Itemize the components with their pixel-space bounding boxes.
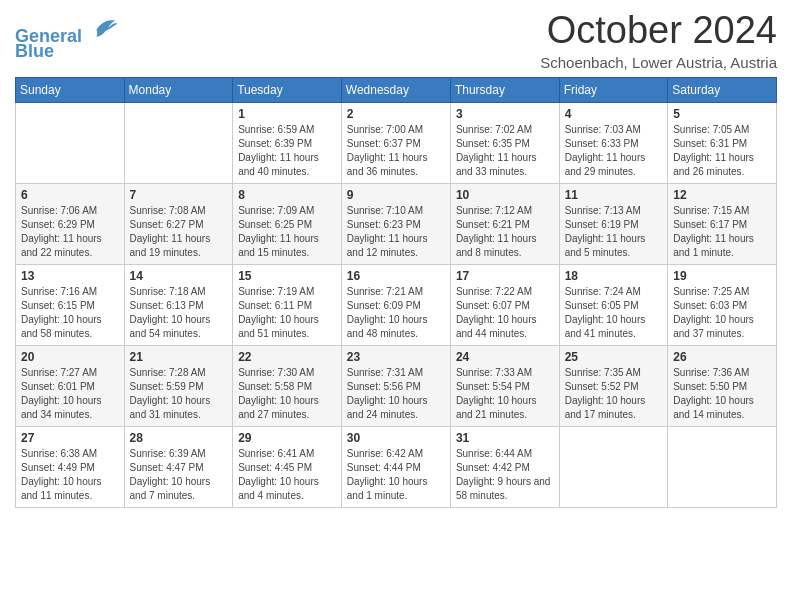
day-number: 9: [347, 188, 445, 202]
day-info: Sunrise: 7:33 AMSunset: 5:54 PMDaylight:…: [456, 366, 554, 422]
day-cell: 30Sunrise: 6:42 AMSunset: 4:44 PMDayligh…: [341, 426, 450, 507]
day-number: 16: [347, 269, 445, 283]
day-info: Sunrise: 7:22 AMSunset: 6:07 PMDaylight:…: [456, 285, 554, 341]
day-number: 24: [456, 350, 554, 364]
day-number: 25: [565, 350, 663, 364]
day-info: Sunrise: 7:28 AMSunset: 5:59 PMDaylight:…: [130, 366, 228, 422]
day-number: 15: [238, 269, 336, 283]
day-info: Sunrise: 6:59 AMSunset: 6:39 PMDaylight:…: [238, 123, 336, 179]
week-row-3: 13Sunrise: 7:16 AMSunset: 6:15 PMDayligh…: [16, 264, 777, 345]
day-number: 3: [456, 107, 554, 121]
day-cell: 6Sunrise: 7:06 AMSunset: 6:29 PMDaylight…: [16, 183, 125, 264]
day-cell: 20Sunrise: 7:27 AMSunset: 6:01 PMDayligh…: [16, 345, 125, 426]
day-number: 20: [21, 350, 119, 364]
day-info: Sunrise: 7:12 AMSunset: 6:21 PMDaylight:…: [456, 204, 554, 260]
day-cell: 7Sunrise: 7:08 AMSunset: 6:27 PMDaylight…: [124, 183, 233, 264]
day-cell: [559, 426, 668, 507]
day-info: Sunrise: 7:15 AMSunset: 6:17 PMDaylight:…: [673, 204, 771, 260]
weekday-header-tuesday: Tuesday: [233, 77, 342, 102]
day-number: 27: [21, 431, 119, 445]
day-info: Sunrise: 7:30 AMSunset: 5:58 PMDaylight:…: [238, 366, 336, 422]
day-info: Sunrise: 7:31 AMSunset: 5:56 PMDaylight:…: [347, 366, 445, 422]
day-cell: 2Sunrise: 7:00 AMSunset: 6:37 PMDaylight…: [341, 102, 450, 183]
day-cell: 23Sunrise: 7:31 AMSunset: 5:56 PMDayligh…: [341, 345, 450, 426]
day-number: 11: [565, 188, 663, 202]
day-number: 6: [21, 188, 119, 202]
day-info: Sunrise: 7:10 AMSunset: 6:23 PMDaylight:…: [347, 204, 445, 260]
day-info: Sunrise: 6:42 AMSunset: 4:44 PMDaylight:…: [347, 447, 445, 503]
day-info: Sunrise: 7:18 AMSunset: 6:13 PMDaylight:…: [130, 285, 228, 341]
day-cell: [668, 426, 777, 507]
calendar-table: SundayMondayTuesdayWednesdayThursdayFrid…: [15, 77, 777, 508]
week-row-1: 1Sunrise: 6:59 AMSunset: 6:39 PMDaylight…: [16, 102, 777, 183]
day-cell: 12Sunrise: 7:15 AMSunset: 6:17 PMDayligh…: [668, 183, 777, 264]
day-info: Sunrise: 7:08 AMSunset: 6:27 PMDaylight:…: [130, 204, 228, 260]
weekday-header-sunday: Sunday: [16, 77, 125, 102]
weekday-header-thursday: Thursday: [450, 77, 559, 102]
title-block: October 2024 Schoenbach, Lower Austria, …: [540, 10, 777, 71]
day-info: Sunrise: 7:21 AMSunset: 6:09 PMDaylight:…: [347, 285, 445, 341]
day-number: 17: [456, 269, 554, 283]
day-number: 31: [456, 431, 554, 445]
day-info: Sunrise: 7:16 AMSunset: 6:15 PMDaylight:…: [21, 285, 119, 341]
day-number: 14: [130, 269, 228, 283]
day-number: 2: [347, 107, 445, 121]
week-row-2: 6Sunrise: 7:06 AMSunset: 6:29 PMDaylight…: [16, 183, 777, 264]
day-number: 12: [673, 188, 771, 202]
day-number: 7: [130, 188, 228, 202]
day-cell: 13Sunrise: 7:16 AMSunset: 6:15 PMDayligh…: [16, 264, 125, 345]
day-cell: 21Sunrise: 7:28 AMSunset: 5:59 PMDayligh…: [124, 345, 233, 426]
day-info: Sunrise: 7:35 AMSunset: 5:52 PMDaylight:…: [565, 366, 663, 422]
day-cell: 15Sunrise: 7:19 AMSunset: 6:11 PMDayligh…: [233, 264, 342, 345]
day-cell: 3Sunrise: 7:02 AMSunset: 6:35 PMDaylight…: [450, 102, 559, 183]
page: General Blue October 2024 Schoenbach, Lo…: [0, 0, 792, 612]
day-cell: 24Sunrise: 7:33 AMSunset: 5:54 PMDayligh…: [450, 345, 559, 426]
month-title: October 2024: [540, 10, 777, 52]
day-cell: 26Sunrise: 7:36 AMSunset: 5:50 PMDayligh…: [668, 345, 777, 426]
day-info: Sunrise: 7:36 AMSunset: 5:50 PMDaylight:…: [673, 366, 771, 422]
day-info: Sunrise: 7:02 AMSunset: 6:35 PMDaylight:…: [456, 123, 554, 179]
day-info: Sunrise: 7:27 AMSunset: 6:01 PMDaylight:…: [21, 366, 119, 422]
day-cell: [16, 102, 125, 183]
day-number: 21: [130, 350, 228, 364]
day-cell: 5Sunrise: 7:05 AMSunset: 6:31 PMDaylight…: [668, 102, 777, 183]
day-cell: 17Sunrise: 7:22 AMSunset: 6:07 PMDayligh…: [450, 264, 559, 345]
day-number: 26: [673, 350, 771, 364]
day-number: 23: [347, 350, 445, 364]
day-cell: 29Sunrise: 6:41 AMSunset: 4:45 PMDayligh…: [233, 426, 342, 507]
day-info: Sunrise: 7:03 AMSunset: 6:33 PMDaylight:…: [565, 123, 663, 179]
day-info: Sunrise: 7:19 AMSunset: 6:11 PMDaylight:…: [238, 285, 336, 341]
day-info: Sunrise: 6:44 AMSunset: 4:42 PMDaylight:…: [456, 447, 554, 503]
day-number: 10: [456, 188, 554, 202]
day-info: Sunrise: 6:41 AMSunset: 4:45 PMDaylight:…: [238, 447, 336, 503]
day-info: Sunrise: 7:05 AMSunset: 6:31 PMDaylight:…: [673, 123, 771, 179]
day-cell: 16Sunrise: 7:21 AMSunset: 6:09 PMDayligh…: [341, 264, 450, 345]
day-cell: 31Sunrise: 6:44 AMSunset: 4:42 PMDayligh…: [450, 426, 559, 507]
day-cell: 18Sunrise: 7:24 AMSunset: 6:05 PMDayligh…: [559, 264, 668, 345]
day-cell: 1Sunrise: 6:59 AMSunset: 6:39 PMDaylight…: [233, 102, 342, 183]
day-number: 13: [21, 269, 119, 283]
day-info: Sunrise: 6:38 AMSunset: 4:49 PMDaylight:…: [21, 447, 119, 503]
day-info: Sunrise: 7:13 AMSunset: 6:19 PMDaylight:…: [565, 204, 663, 260]
day-cell: 19Sunrise: 7:25 AMSunset: 6:03 PMDayligh…: [668, 264, 777, 345]
day-number: 18: [565, 269, 663, 283]
day-number: 1: [238, 107, 336, 121]
day-cell: [124, 102, 233, 183]
day-info: Sunrise: 6:39 AMSunset: 4:47 PMDaylight:…: [130, 447, 228, 503]
day-number: 22: [238, 350, 336, 364]
weekday-header-saturday: Saturday: [668, 77, 777, 102]
week-row-5: 27Sunrise: 6:38 AMSunset: 4:49 PMDayligh…: [16, 426, 777, 507]
weekday-header-friday: Friday: [559, 77, 668, 102]
day-number: 5: [673, 107, 771, 121]
day-info: Sunrise: 7:25 AMSunset: 6:03 PMDaylight:…: [673, 285, 771, 341]
header: General Blue October 2024 Schoenbach, Lo…: [15, 10, 777, 71]
day-cell: 9Sunrise: 7:10 AMSunset: 6:23 PMDaylight…: [341, 183, 450, 264]
day-cell: 8Sunrise: 7:09 AMSunset: 6:25 PMDaylight…: [233, 183, 342, 264]
day-number: 8: [238, 188, 336, 202]
location: Schoenbach, Lower Austria, Austria: [540, 54, 777, 71]
day-info: Sunrise: 7:09 AMSunset: 6:25 PMDaylight:…: [238, 204, 336, 260]
weekday-header-wednesday: Wednesday: [341, 77, 450, 102]
day-cell: 14Sunrise: 7:18 AMSunset: 6:13 PMDayligh…: [124, 264, 233, 345]
day-cell: 25Sunrise: 7:35 AMSunset: 5:52 PMDayligh…: [559, 345, 668, 426]
day-info: Sunrise: 7:24 AMSunset: 6:05 PMDaylight:…: [565, 285, 663, 341]
